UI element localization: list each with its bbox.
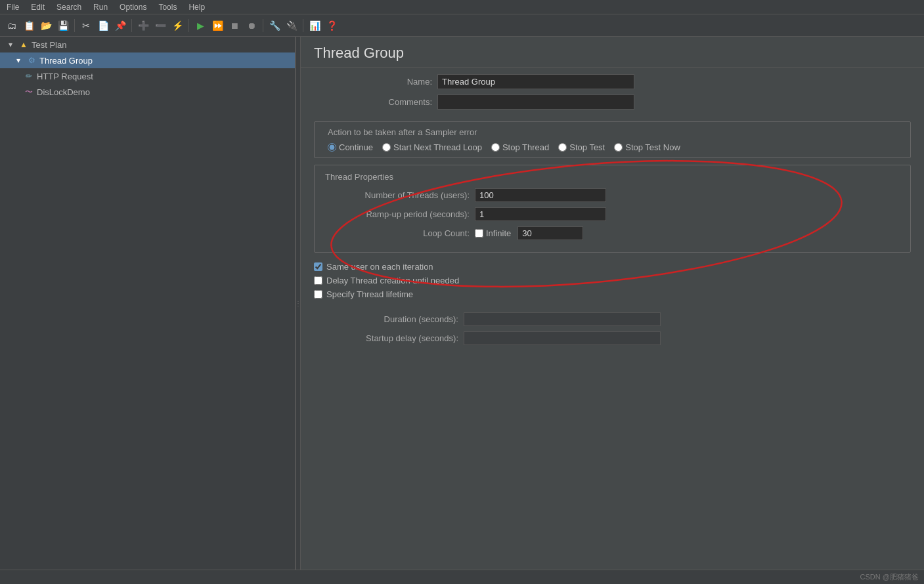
http-request-icon: ✏ (24, 71, 34, 81)
toolbar-add[interactable]: ➕ (135, 18, 151, 33)
radio-row: Continue Start Next Thread Loop Stop Thr… (328, 142, 897, 152)
infinite-checkbox-label[interactable]: Infinite (475, 228, 511, 238)
infinite-label: Infinite (486, 228, 511, 238)
sidebar-item-test-plan[interactable]: ▾ ▲ Test Plan (0, 37, 295, 52)
radio-stop-thread-input[interactable] (491, 143, 500, 152)
menu-options[interactable]: Options (116, 1, 150, 13)
test-plan-label: Test Plan (32, 40, 66, 50)
name-row: Name: (314, 74, 911, 89)
status-bar: CSDN @肥猪猪爸 (0, 570, 924, 584)
thread-props-box: Thread Properties Number of Threads (use… (314, 165, 911, 253)
menu-file[interactable]: File (3, 1, 23, 13)
ramp-up-input[interactable] (475, 207, 606, 221)
duration-input[interactable] (464, 312, 661, 326)
menu-help[interactable]: Help (185, 1, 209, 13)
toolbar-remove[interactable]: ➖ (152, 18, 168, 33)
radio-stop-thread[interactable]: Stop Thread (491, 142, 549, 152)
radio-stop-test-input[interactable] (558, 143, 567, 152)
specify-lifetime-checkbox[interactable] (314, 290, 322, 299)
toolbar-remote-start[interactable]: 🔧 (267, 18, 282, 33)
thread-group-label: Thread Group (39, 56, 93, 66)
check-section: Same user on each iteration Delay Thread… (301, 259, 924, 306)
toolbar-clear[interactable]: ⚡ (169, 18, 185, 33)
comments-label: Comments: (314, 97, 432, 107)
radio-continue[interactable]: Continue (328, 142, 373, 152)
toolbar-start[interactable]: ▶ (192, 18, 208, 33)
thread-group-icon: ⚙ (26, 55, 37, 66)
toolbar-copy[interactable]: 📄 (95, 18, 111, 33)
delay-thread-label: Delay Thread creation until needed (326, 276, 459, 285)
toolbar-shutdown[interactable]: ⏺ (244, 18, 259, 33)
ramp-up-label: Ramp-up period (seconds): (325, 209, 470, 219)
radio-stop-test-now-input[interactable] (614, 143, 623, 152)
toolbar-cut[interactable]: ✂ (78, 18, 94, 33)
infinite-checkbox[interactable] (475, 229, 483, 238)
toolbar-new[interactable]: 🗂 (4, 18, 20, 33)
toolbar-stop[interactable]: ⏹ (227, 18, 242, 33)
thread-props-title: Thread Properties (325, 172, 900, 182)
duration-section: Duration (seconds): Startup delay (secon… (301, 306, 924, 357)
sidebar-item-dis-lock[interactable]: 〜 DisLockDemo (0, 84, 295, 100)
toolbar-sep5 (303, 19, 303, 32)
toolbar-save[interactable]: 💾 (55, 18, 71, 33)
menu-edit[interactable]: Edit (27, 1, 49, 13)
toolbar-sep4 (263, 19, 263, 32)
radio-start-next[interactable]: Start Next Thread Loop (382, 142, 482, 152)
startup-delay-label: Startup delay (seconds): (314, 333, 458, 343)
toolbar-open[interactable]: 📂 (38, 18, 54, 33)
sidebar-item-thread-group[interactable]: ▾ ⚙ Thread Group (0, 52, 295, 68)
thread-props-container: Thread Properties Number of Threads (use… (314, 165, 911, 253)
action-section: Action to be taken after a Sampler error… (314, 121, 911, 158)
watermark-text: CSDN @肥猪猪爸 (860, 572, 919, 582)
radio-continue-input[interactable] (328, 143, 336, 152)
startup-delay-row: Startup delay (seconds): (314, 331, 911, 345)
name-section: Name: Comments: (301, 68, 924, 121)
delay-thread-checkbox[interactable] (314, 276, 322, 285)
toolbar-help[interactable]: ❓ (324, 18, 340, 33)
main-layout: ▾ ▲ Test Plan ▾ ⚙ Thread Group ✏ HTTP Re… (0, 37, 924, 570)
radio-start-next-label: Start Next Thread Loop (393, 142, 482, 152)
toolbar: 🗂 📋 📂 💾 ✂ 📄 📌 ➕ ➖ ⚡ ▶ ⏩ ⏹ ⏺ 🔧 🔌 📊 ❓ (0, 14, 924, 37)
dis-lock-icon: 〜 (24, 87, 34, 97)
menu-bar: File Edit Search Run Options Tools Help (0, 0, 924, 14)
menu-tools[interactable]: Tools (154, 1, 181, 13)
toolbar-sep3 (188, 19, 189, 32)
toolbar-function-helper[interactable]: 📊 (307, 18, 322, 33)
http-request-label: HTTP Request (37, 72, 93, 81)
toolbar-start-no-pause[interactable]: ⏩ (209, 18, 225, 33)
toolbar-remote-stop[interactable]: 🔌 (284, 18, 299, 33)
arrow-down-icon: ▾ (5, 39, 16, 50)
radio-stop-thread-label: Stop Thread (502, 142, 549, 152)
loop-count-row: Loop Count: Infinite (325, 226, 900, 240)
comments-row: Comments: (314, 94, 911, 110)
sidebar: ▾ ▲ Test Plan ▾ ⚙ Thread Group ✏ HTTP Re… (0, 37, 296, 570)
radio-stop-test[interactable]: Stop Test (558, 142, 605, 152)
radio-stop-test-now[interactable]: Stop Test Now (614, 142, 680, 152)
toolbar-sep2 (131, 19, 132, 32)
toolbar-templates[interactable]: 📋 (21, 18, 37, 33)
radio-stop-test-label: Stop Test (569, 142, 605, 152)
toolbar-paste[interactable]: 📌 (112, 18, 128, 33)
num-threads-input[interactable] (475, 188, 606, 202)
sidebar-item-http-request[interactable]: ✏ HTTP Request (0, 68, 295, 84)
specify-lifetime-row[interactable]: Specify Thread lifetime (314, 289, 911, 299)
loop-count-input[interactable] (517, 226, 583, 240)
name-label: Name: (314, 77, 432, 87)
divider-handle[interactable]: ⋮ (296, 37, 301, 570)
name-input[interactable] (437, 74, 634, 89)
startup-delay-input[interactable] (464, 331, 661, 345)
dis-lock-label: DisLockDemo (37, 87, 90, 97)
radio-start-next-input[interactable] (382, 143, 391, 152)
loop-count-controls: Infinite (475, 226, 583, 240)
loop-count-label: Loop Count: (325, 228, 470, 238)
same-user-row[interactable]: Same user on each iteration (314, 262, 911, 272)
ramp-up-row: Ramp-up period (seconds): (325, 207, 900, 221)
arrow-down-icon2: ▾ (13, 55, 24, 66)
delay-thread-row[interactable]: Delay Thread creation until needed (314, 276, 911, 285)
same-user-checkbox[interactable] (314, 262, 322, 271)
menu-run[interactable]: Run (89, 1, 112, 13)
menu-search[interactable]: Search (53, 1, 85, 13)
comments-input[interactable] (437, 94, 634, 110)
page-title: Thread Group (314, 45, 911, 62)
content-panel: Thread Group Name: Comments: Action to b… (301, 37, 924, 570)
